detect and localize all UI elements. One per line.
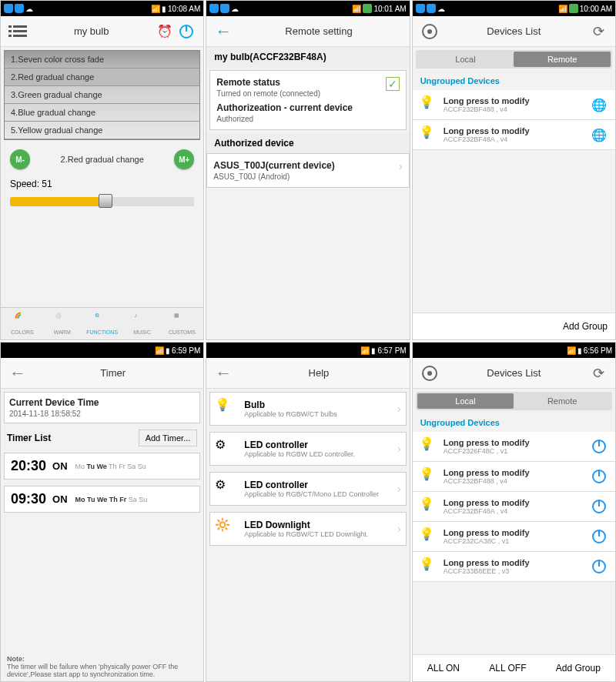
power-icon[interactable] — [589, 466, 609, 486]
power-icon[interactable] — [589, 557, 609, 577]
device-sub: ASUS_T00J (Android) — [213, 172, 402, 181]
timer-entry[interactable]: 09:30 ON Mo Tu We Th Fr Sa Su — [4, 486, 200, 513]
tab-local[interactable]: Local — [417, 52, 514, 67]
globe-icon[interactable]: 🌐 — [589, 95, 609, 115]
group-header: Ungrouped Devices — [413, 413, 615, 432]
mode-list[interactable]: 1.Seven color cross fade 2.Red gradual c… — [4, 50, 200, 140]
remote-status-section[interactable]: ✓ Remote status Turned on remote (connec… — [209, 70, 406, 130]
tab-local[interactable]: Local — [417, 393, 514, 409]
tab-music[interactable]: ♪MUSIC — [122, 309, 162, 338]
section-title: Remote status — [216, 77, 399, 88]
device-item[interactable]: 💡Long press to modifyACCF232BF48A , v4 — [413, 492, 615, 522]
page-title: my bulb — [28, 25, 154, 37]
current-mode-label: 2.Red gradual change — [61, 155, 144, 164]
speed-slider[interactable] — [10, 197, 194, 206]
mode-item[interactable]: 5.Yellow gradual change — [5, 122, 199, 139]
svg-point-11 — [427, 371, 432, 376]
bulb-icon: 💡 — [419, 95, 439, 115]
section-subtitle: Turned on remote (connected) — [216, 89, 399, 98]
tab-customs[interactable]: ▦CUSTOMS — [162, 309, 202, 338]
shield-icon — [4, 4, 13, 13]
warm-icon: ⚪ — [55, 313, 70, 328]
status-time: 6:57 PM — [377, 346, 406, 355]
add-timer-button[interactable]: Add Timer... — [139, 430, 198, 446]
page-title: Remote setting — [234, 25, 403, 37]
bulb-icon: 💡 — [419, 557, 439, 577]
mode-item[interactable]: 3.Green gradual change — [5, 86, 199, 104]
svg-rect-0 — [8, 25, 12, 28]
customs-icon: ▦ — [174, 313, 189, 328]
device-item[interactable]: 💡Long press to modifyACCF233B8EEE , v3 — [413, 552, 615, 582]
status-bar: ☁ 📶▮10:08 AM — [1, 1, 203, 16]
authorized-device-row[interactable]: › ASUS_T00J(current device) ASUS_T00J (A… — [206, 153, 409, 188]
refresh-icon[interactable]: ⟳ — [588, 21, 609, 42]
mode-plus-button[interactable]: M+ — [174, 149, 194, 169]
back-icon[interactable]: ← — [213, 21, 234, 42]
power-icon[interactable] — [589, 527, 609, 547]
timer-entry[interactable]: 20:30 ON Mo Tu We Th Fr Sa Su — [4, 453, 200, 480]
status-time: 10:08 AM — [168, 5, 200, 13]
power-icon[interactable] — [589, 436, 609, 456]
screen-devices-remote: ☁📶10:00 AM Devices List ⟳ Local Remote U… — [412, 0, 616, 340]
page-title: Devices List — [440, 367, 588, 379]
alarm-icon[interactable]: ⏰ — [154, 21, 176, 42]
tab-warm[interactable]: ⚪WARM — [42, 309, 82, 338]
controller-icon: ⚙ — [215, 437, 238, 460]
device-item[interactable]: 💡 Long press to modifyACCF232BF488 , v4 … — [413, 90, 615, 120]
gear-icon[interactable] — [419, 363, 440, 384]
group-header: Ungrouped Devices — [413, 72, 615, 90]
svg-rect-5 — [13, 35, 27, 37]
bulb-icon: 💡 — [419, 436, 439, 456]
power-icon[interactable] — [176, 21, 197, 42]
mode-item[interactable]: 4.Blue gradual change — [5, 104, 199, 122]
bulb-icon: 💡 — [419, 496, 439, 517]
mode-item[interactable]: 1.Seven color cross fade — [5, 51, 199, 69]
tab-colors[interactable]: 🌈COLORS — [2, 309, 42, 338]
shield-icon — [15, 4, 24, 13]
tab-remote[interactable]: Remote — [514, 393, 611, 409]
tab-functions[interactable]: ⚙FUNCTIONS — [82, 309, 122, 338]
globe-icon[interactable]: 🌐 — [589, 125, 609, 145]
page-title: Devices List — [440, 25, 588, 37]
chevron-right-icon: › — [397, 483, 401, 495]
add-group-button[interactable]: Add Group — [563, 321, 608, 332]
device-item[interactable]: 💡Long press to modifyACCF2326F48C , v1 — [413, 432, 615, 462]
page-title: Timer — [28, 367, 197, 379]
battery-icon — [363, 4, 372, 13]
menu-icon[interactable] — [7, 21, 28, 42]
gear-icon[interactable] — [419, 21, 440, 42]
screen-help: 📶▮6:57 PM ← Help 💡BulbApplicable to RGBW… — [206, 342, 410, 682]
back-icon[interactable]: ← — [213, 363, 234, 384]
help-item[interactable]: ⚙LED controllerApplicable to RGBW LED co… — [209, 432, 406, 466]
screen-devices-local: 📶▮6:56 PM Devices List ⟳ Local Remote Un… — [412, 342, 616, 682]
help-item[interactable]: 🔆LED DownlightApplicable to RGBW/CT LED … — [209, 512, 406, 546]
device-item[interactable]: 💡 Long press to modifyACCF232BF48A , v4 … — [413, 120, 615, 150]
nav-bar: my bulb ⏰ — [1, 16, 203, 47]
mode-item[interactable]: 2.Red gradual change — [5, 69, 199, 86]
device-item[interactable]: 💡Long press to modifyACCF232BF488 , v4 — [413, 462, 615, 492]
all-on-button[interactable]: ALL ON — [427, 663, 460, 674]
back-icon[interactable]: ← — [7, 363, 28, 384]
timer-list-label: Timer List — [7, 433, 51, 443]
power-icon[interactable] — [589, 496, 609, 517]
tab-bar: 🌈COLORS ⚪WARM ⚙FUNCTIONS ♪MUSIC ▦CUSTOMS — [1, 307, 203, 339]
add-group-button[interactable]: Add Group — [556, 663, 601, 674]
tab-remote[interactable]: Remote — [514, 52, 611, 67]
current-time-value: 2014-11-18 18:58:52 — [9, 410, 195, 418]
help-item[interactable]: ⚙LED controllerApplicable to RGB/CT/Mono… — [209, 472, 406, 506]
all-off-button[interactable]: ALL OFF — [489, 663, 526, 674]
section-title: Authorizeation - current device — [216, 102, 399, 113]
help-item[interactable]: 💡BulbApplicable to RGBW/CT bulbs› — [209, 392, 406, 426]
refresh-icon[interactable]: ⟳ — [588, 363, 609, 384]
colors-icon: 🌈 — [15, 313, 30, 328]
status-time: 6:59 PM — [172, 346, 200, 355]
screen-remote-setting: ☁📶10:01 AM ← Remote setting my bulb(ACCF… — [206, 0, 410, 340]
svg-rect-1 — [13, 25, 27, 28]
check-icon: ✓ — [386, 77, 400, 91]
chevron-right-icon: › — [397, 403, 401, 415]
mode-minus-button[interactable]: M- — [10, 149, 30, 169]
device-item[interactable]: 💡Long press to modifyACCF232CA38C , v1 — [413, 522, 615, 552]
status-time: 10:00 AM — [580, 5, 612, 13]
cloud-icon: ☁ — [25, 5, 33, 13]
bulb-icon: 💡 — [419, 125, 439, 145]
